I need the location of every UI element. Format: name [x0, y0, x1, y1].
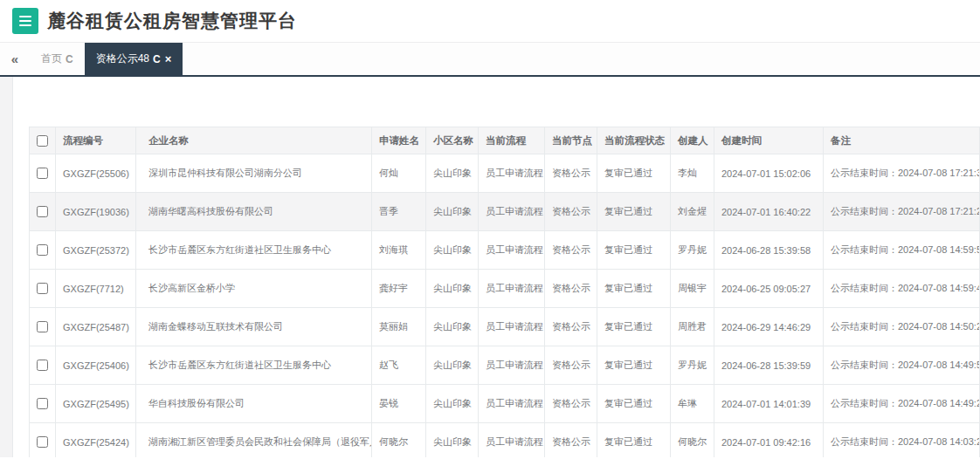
row-select-cell: [30, 423, 56, 458]
row-select-cell: [30, 193, 56, 231]
cell-creator: 罗丹妮: [671, 346, 714, 385]
cell-process: 员工申请流程: [479, 270, 545, 308]
table-row[interactable]: GXGZF(25372)长沙市岳麓区东方红街道社区卫生服务中心刘海琪尖山印象员工…: [30, 231, 980, 270]
cell-node: 资格公示: [545, 308, 597, 346]
cell-community: 尖山印象: [426, 385, 479, 423]
cell-applicant: 何晓尔: [372, 423, 426, 458]
column-header-company: 企业名称: [136, 127, 372, 154]
table-header: 流程编号企业名称申请姓名小区名称当前流程当前节点当前流程状态创建人创建时间备注: [30, 127, 980, 154]
select-all-checkbox[interactable]: [37, 135, 48, 147]
cell-process: 员工申请流程: [479, 154, 545, 193]
cell-node: 资格公示: [545, 385, 597, 423]
cell-id: GXGZF(19036): [56, 193, 136, 231]
cell-creator: 周银宇: [671, 270, 714, 308]
cell-created_at: 2024-07-01 15:02:06: [714, 154, 824, 193]
cell-applicant: 龚好宇: [372, 270, 426, 308]
close-icon[interactable]: ×: [165, 53, 172, 65]
cell-status: 复审已通过: [597, 231, 671, 270]
refresh-icon[interactable]: C: [153, 54, 161, 65]
tab-qualification-publicity[interactable]: 资格公示48 C ×: [85, 43, 183, 75]
row-select-cell: [30, 154, 56, 193]
cell-status: 复审已通过: [597, 346, 671, 385]
table-header-row: 流程编号企业名称申请姓名小区名称当前流程当前节点当前流程状态创建人创建时间备注: [30, 127, 980, 154]
collapse-tabs-button[interactable]: «: [0, 43, 30, 75]
cell-node: 资格公示: [545, 193, 597, 231]
cell-creator: 牟琳: [671, 385, 714, 423]
column-header-created_at: 创建时间: [714, 127, 824, 154]
cell-remark: 公示结束时间：2024-07-08 14:59:56: [824, 231, 980, 270]
records-table-container: 流程编号企业名称申请姓名小区名称当前流程当前节点当前流程状态创建人创建时间备注 …: [29, 127, 980, 457]
column-header-community: 小区名称: [426, 127, 479, 154]
cell-created_at: 2024-06-28 15:39:59: [714, 346, 824, 385]
column-header-remark: 备注: [824, 127, 980, 154]
cell-company: 湖南华曙高科技股份有限公司: [136, 193, 372, 231]
cell-company: 湖南金蝶移动互联技术有限公司: [136, 308, 372, 346]
table-row[interactable]: GXGZF(25495)华自科技股份有限公司晏锐尖山印象员工申请流程资格公示复审…: [30, 385, 980, 423]
cell-community: 尖山印象: [426, 154, 479, 193]
cell-status: 复审已通过: [597, 154, 671, 193]
row-checkbox[interactable]: [37, 206, 48, 217]
cell-applicant: 何灿: [372, 154, 426, 193]
cell-created_at: 2024-07-01 16:40:22: [714, 193, 824, 231]
table-row[interactable]: GXGZF(25406)长沙市岳麓区东方红街道社区卫生服务中心赵飞尖山印象员工申…: [30, 346, 980, 385]
table-row[interactable]: GXGZF(25487)湖南金蝶移动互联技术有限公司莫丽娟尖山印象员工申请流程资…: [30, 308, 980, 346]
cell-applicant: 赵飞: [372, 346, 426, 385]
cell-applicant: 晏锐: [372, 385, 426, 423]
row-select-cell: [30, 385, 56, 423]
row-checkbox[interactable]: [37, 283, 48, 294]
cell-process: 员工申请流程: [479, 346, 545, 385]
cell-community: 尖山印象: [426, 270, 479, 308]
cell-status: 复审已通过: [597, 270, 671, 308]
column-header-select: [30, 127, 56, 154]
cell-created_at: 2024-06-25 09:05:27: [714, 270, 824, 308]
left-gutter: [0, 77, 13, 457]
row-select-cell: [30, 346, 56, 385]
cell-creator: 罗丹妮: [671, 231, 714, 270]
cell-process: 员工申请流程: [479, 193, 545, 231]
menu-toggle-button[interactable]: [12, 8, 38, 34]
cell-community: 尖山印象: [426, 193, 479, 231]
cell-remark: 公示结束时间：2024-07-08 17:21:26: [824, 193, 980, 231]
cell-id: GXGZF(25495): [56, 385, 136, 423]
table-row[interactable]: GXGZF(25506)深圳市昆仲科技有限公司湖南分公司何灿尖山印象员工申请流程…: [30, 154, 980, 193]
cell-applicant: 莫丽娟: [372, 308, 426, 346]
cell-status: 复审已通过: [597, 423, 671, 458]
table-row[interactable]: GXGZF(25424)湖南湘江新区管理委员会民政和社会保障局（退役军人事务局）…: [30, 423, 980, 458]
tab-home-label: 首页: [41, 51, 62, 66]
cell-status: 复审已通过: [597, 385, 671, 423]
cell-company: 长沙高新区金桥小学: [136, 270, 372, 308]
cell-id: GXGZF(7712): [56, 270, 136, 308]
table-row[interactable]: GXGZF(7712)长沙高新区金桥小学龚好宇尖山印象员工申请流程资格公示复审已…: [30, 270, 980, 308]
cell-node: 资格公示: [545, 423, 597, 458]
cell-id: GXGZF(25406): [56, 346, 136, 385]
cell-node: 资格公示: [545, 346, 597, 385]
top-header: 麓谷租赁公租房智慧管理平台: [0, 0, 980, 42]
row-checkbox[interactable]: [37, 398, 48, 409]
refresh-icon[interactable]: C: [66, 54, 73, 65]
cell-company: 华自科技股份有限公司: [136, 385, 372, 423]
cell-creator: 刘金煋: [671, 193, 714, 231]
cell-created_at: 2024-07-01 09:42:16: [714, 423, 824, 458]
cell-company: 深圳市昆仲科技有限公司湖南分公司: [136, 154, 372, 193]
cell-community: 尖山印象: [426, 231, 479, 270]
column-header-applicant: 申请姓名: [372, 127, 426, 154]
cell-remark: 公示结束时间：2024-07-08 14:49:26: [824, 385, 980, 423]
double-chevron-left-icon: «: [11, 51, 18, 66]
cell-node: 资格公示: [545, 270, 597, 308]
cell-id: GXGZF(25506): [56, 154, 136, 193]
cell-created_at: 2024-06-29 14:46:29: [714, 308, 824, 346]
row-checkbox[interactable]: [37, 360, 48, 371]
tab-bar: « 首页 C 资格公示48 C ×: [0, 42, 980, 77]
tab-home[interactable]: 首页 C: [30, 43, 85, 75]
hamburger-icon: [19, 16, 31, 17]
cell-company: 湖南湘江新区管理委员会民政和社会保障局（退役军人事务局）: [136, 423, 372, 458]
row-checkbox[interactable]: [37, 244, 48, 256]
row-checkbox[interactable]: [37, 321, 48, 332]
row-checkbox[interactable]: [37, 168, 48, 179]
column-header-status: 当前流程状态: [597, 127, 671, 154]
cell-remark: 公示结束时间：2024-07-08 14:49:59: [824, 346, 980, 385]
cell-created_at: 2024-06-28 15:39:58: [714, 231, 824, 270]
table-row[interactable]: GXGZF(19036)湖南华曙高科技股份有限公司晋季尖山印象员工申请流程资格公…: [30, 193, 980, 231]
row-checkbox[interactable]: [37, 436, 48, 448]
cell-process: 员工申请流程: [479, 385, 545, 423]
